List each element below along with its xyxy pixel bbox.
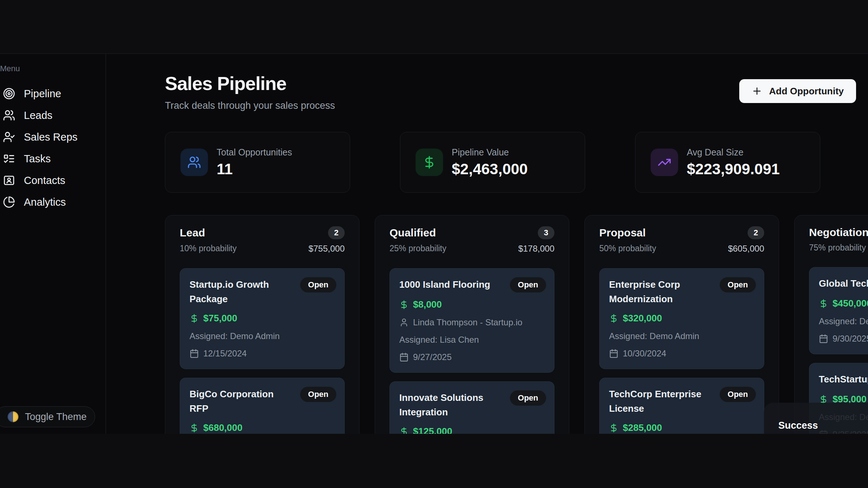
trending-up-icon xyxy=(651,149,678,176)
opportunity-card[interactable]: Global Tech Open $450,000 Assigned: Demo… xyxy=(809,267,868,354)
stat-text: Pipeline Value $2,463,000 xyxy=(452,147,528,178)
opportunity-title: 1000 Island Flooring xyxy=(399,277,490,292)
opportunity-card[interactable]: TechCorp Enterprise License Open $285,00… xyxy=(599,378,764,434)
toggle-theme-button[interactable]: Toggle Theme xyxy=(0,406,95,427)
sidebar-item-leads[interactable]: Leads xyxy=(0,104,106,126)
opportunity-amount: $450,000 xyxy=(833,298,868,309)
list-todo-icon xyxy=(3,153,15,165)
calendar-icon xyxy=(609,349,618,358)
opportunity-amount: $8,000 xyxy=(413,299,442,310)
opportunity-card[interactable]: BigCo Corporation RFP Open $680,000 Assi… xyxy=(180,378,345,434)
page-subtitle: Track deals through your sales process xyxy=(165,100,335,111)
dollar-sign-icon xyxy=(190,314,199,323)
contact-name: Linda Thompson - Startup.io xyxy=(413,317,522,328)
column-name: Lead xyxy=(180,227,205,239)
assigned-row: Assigned: Demo Admin xyxy=(190,331,336,341)
status-badge: Open xyxy=(720,277,756,292)
opportunity-title: TechCorp Enterprise License xyxy=(609,387,712,416)
status-badge: Open xyxy=(510,390,546,406)
kanban-column-proposal: Proposal 2 50% probability $605,000 Ente… xyxy=(584,215,779,434)
opportunity-title: Global Tech xyxy=(819,276,868,291)
dollar-sign-icon xyxy=(399,427,409,434)
amount-row: $680,000 xyxy=(190,422,336,433)
sidebar-item-contacts[interactable]: Contacts xyxy=(0,170,106,191)
plus-icon xyxy=(752,86,762,97)
close-date: 9/30/2025 xyxy=(833,334,868,344)
column-total: $178,000 xyxy=(518,244,554,254)
amount-row: $450,000 xyxy=(819,298,868,309)
sidebar-menu-label: Menu xyxy=(0,64,106,73)
opportunity-card[interactable]: 1000 Island Flooring Open $8,000 Linda T… xyxy=(390,268,554,373)
column-name: Qualified xyxy=(390,227,436,239)
column-total: $755,000 xyxy=(309,244,345,254)
opportunity-card[interactable]: Startup.io Growth Package Open $75,000 A… xyxy=(180,268,345,369)
stat-text: Avg Deal Size $223,909.091 xyxy=(687,147,780,178)
stat-card-pipeline-value: Pipeline Value $2,463,000 xyxy=(400,132,585,193)
assigned-row: Assigned: Lisa Chen xyxy=(399,335,546,345)
opportunity-card[interactable]: Enterprise Corp Modernization Open $320,… xyxy=(599,268,764,369)
add-opportunity-button[interactable]: Add Opportunity xyxy=(739,79,856,103)
success-toast: Success xyxy=(764,403,868,434)
stat-card-avg-deal-size: Avg Deal Size $223,909.091 xyxy=(635,132,820,193)
opportunity-card[interactable]: Innovate Solutions Integration Open $125… xyxy=(390,381,554,434)
amount-row: $8,000 xyxy=(399,299,546,310)
card-header: TechCorp Enterprise License Open xyxy=(609,387,756,416)
calendar-icon xyxy=(819,334,828,343)
column-header: Proposal 2 xyxy=(599,226,764,239)
status-badge: Open xyxy=(300,387,336,402)
pie-chart-icon xyxy=(3,196,15,208)
sidebar-item-label: Contacts xyxy=(24,175,65,187)
dollar-sign-icon xyxy=(190,423,199,433)
sidebar: Menu Pipeline Leads Sales Reps Tasks xyxy=(0,54,106,434)
date-row: 9/27/2025 xyxy=(399,352,546,362)
users-icon xyxy=(3,109,15,121)
amount-row: $320,000 xyxy=(609,313,756,324)
date-row: 12/15/2024 xyxy=(190,348,336,359)
assigned-row: Assigned: Demo Admin xyxy=(609,331,756,341)
opportunity-amount: $125,000 xyxy=(413,426,452,434)
contact-card-icon xyxy=(3,174,15,187)
contact-row: Linda Thompson - Startup.io xyxy=(399,317,546,328)
column-cards: Startup.io Growth Package Open $75,000 A… xyxy=(180,268,345,434)
target-icon xyxy=(3,87,15,100)
kanban-column-lead: Lead 2 10% probability $755,000 Startup.… xyxy=(165,215,359,434)
kanban-column-negotiation: Negotiation 75% probability Global Tech … xyxy=(794,215,868,434)
stat-label: Avg Deal Size xyxy=(687,147,780,158)
kanban-column-qualified: Qualified 3 25% probability $178,000 100… xyxy=(375,215,569,434)
opportunity-amount: $75,000 xyxy=(203,313,237,324)
date-row: 9/30/2025 xyxy=(819,334,868,344)
opportunity-title: TechStartup Tools xyxy=(819,372,868,387)
sidebar-item-analytics[interactable]: Analytics xyxy=(0,191,106,213)
column-count-badge: 2 xyxy=(328,226,345,239)
amount-row: $125,000 xyxy=(399,426,546,434)
sidebar-item-sales-reps[interactable]: Sales Reps xyxy=(0,126,106,148)
dollar-sign-icon xyxy=(416,149,443,176)
column-cards: 1000 Island Flooring Open $8,000 Linda T… xyxy=(390,268,554,434)
column-probability: 25% probability xyxy=(390,244,446,254)
card-header: 1000 Island Flooring Open xyxy=(399,277,546,292)
column-subheader: 50% probability $605,000 xyxy=(599,244,764,254)
opportunity-title: BigCo Corporation RFP xyxy=(190,387,293,416)
sidebar-item-pipeline[interactable]: Pipeline xyxy=(0,83,106,104)
card-header: Innovate Solutions Integration Open xyxy=(399,390,546,419)
toggle-theme-label: Toggle Theme xyxy=(25,411,87,423)
opportunity-amount: $285,000 xyxy=(623,422,662,433)
date-row: 10/30/2024 xyxy=(609,348,756,359)
stat-label: Total Opportunities xyxy=(217,147,292,158)
user-icon xyxy=(399,318,409,327)
column-subheader: 75% probability xyxy=(809,243,868,253)
column-probability: 10% probability xyxy=(180,244,237,254)
sidebar-item-label: Pipeline xyxy=(24,88,61,100)
stat-label: Pipeline Value xyxy=(452,147,528,158)
assigned-row: Assigned: Demo Admin xyxy=(819,316,868,326)
amount-row: $285,000 xyxy=(609,422,756,433)
sidebar-item-tasks[interactable]: Tasks xyxy=(0,148,106,170)
amount-row: $75,000 xyxy=(190,313,336,324)
stat-card-total-opportunities: Total Opportunities 11 xyxy=(165,132,350,193)
column-name: Negotiation xyxy=(809,226,868,239)
kanban-board: Lead 2 10% probability $755,000 Startup.… xyxy=(165,215,868,434)
half-moon-icon xyxy=(8,411,18,422)
status-badge: Open xyxy=(510,277,546,292)
dollar-sign-icon xyxy=(399,300,409,309)
column-probability: 75% probability xyxy=(809,243,866,253)
